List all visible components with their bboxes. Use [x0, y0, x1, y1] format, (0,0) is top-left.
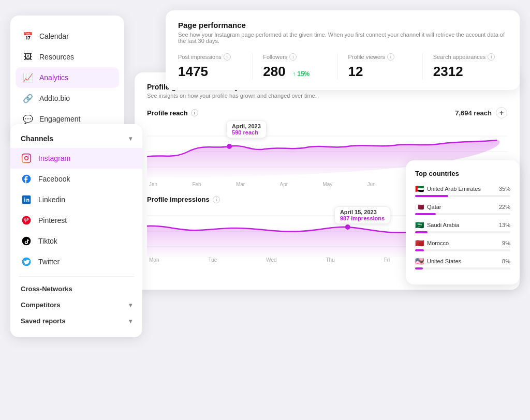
metric-label: Profile viewers i: [348, 53, 412, 61]
divider: [19, 276, 134, 277]
flag-qatar: 🇶🇦: [415, 203, 424, 211]
cross-networks-label[interactable]: Cross-Networks: [10, 281, 142, 297]
channels-header: Channels ▾: [10, 134, 142, 148]
channel-label: Tiktok: [38, 237, 57, 245]
country-pct: 9%: [502, 240, 510, 246]
sidebar-item-resources[interactable]: 🖼 Resources: [16, 47, 119, 67]
channel-item-tiktok[interactable]: Tiktok: [10, 231, 142, 251]
flag-us: 🇺🇸: [415, 257, 424, 265]
flag-saudi: 🇸🇦: [415, 221, 424, 229]
country-row-us: 🇺🇸 United States 8%: [415, 257, 510, 269]
country-name-text: Morocco: [427, 240, 449, 246]
competitors-label[interactable]: Competitors ▾: [10, 297, 142, 313]
svg-point-5: [22, 216, 31, 225]
channel-item-twitter[interactable]: Twitter: [10, 251, 142, 272]
country-bar-bg: [415, 231, 510, 233]
country-bar-bg: [415, 249, 510, 251]
metric-value: 2312: [433, 64, 497, 80]
channel-item-linkedin[interactable]: Linkedin: [10, 189, 142, 210]
channel-item-facebook[interactable]: Facebook: [10, 169, 142, 189]
resources-icon: 🖼: [23, 52, 33, 62]
card-title: Page performance: [178, 21, 507, 29]
metric-profile-viewers: Profile viewers i 12: [338, 53, 423, 80]
engagement-icon: 💬: [23, 114, 33, 124]
country-row-saudi: 🇸🇦 Saudi Arabia 13%: [415, 221, 510, 233]
country-pct: 13%: [499, 222, 510, 228]
twitter-icon: [21, 256, 32, 267]
country-pct: 8%: [502, 258, 510, 264]
country-row-uae: 🇦🇪 United Arab Emirates 35%: [415, 185, 510, 197]
metric-search-appearances: Search appearances i 2312: [423, 53, 507, 80]
facebook-icon: [21, 173, 32, 185]
metric-label: Post impressions i: [178, 53, 242, 61]
plus-button[interactable]: +: [496, 107, 507, 118]
channel-label: Linkedin: [38, 196, 65, 204]
instagram-icon: [21, 153, 32, 164]
channel-label: Facebook: [38, 175, 70, 183]
addtobio-icon: 🔗: [23, 93, 33, 103]
pinterest-icon: [21, 215, 32, 226]
page-performance-card: Page performance See how your Instagram …: [166, 10, 520, 90]
sidebar: 📅 Calendar 🖼 Resources 📈 Analytics 🔗 Add…: [10, 16, 124, 140]
flag-morocco: 🇲🇦: [415, 239, 424, 247]
svg-point-6: [22, 237, 31, 246]
metric-value: 1475: [178, 64, 242, 80]
country-bar-bg: [415, 195, 510, 197]
country-row-qatar: 🇶🇦 Qatar 22%: [415, 203, 510, 215]
sidebar-item-analytics[interactable]: 📈 Analytics: [16, 67, 119, 88]
country-pct: 22%: [499, 204, 510, 210]
channel-label: Twitter: [38, 258, 60, 266]
svg-point-15: [345, 224, 350, 230]
linkedin-icon: [21, 194, 32, 205]
info-icon: i: [387, 53, 394, 61]
metric-label: Followers i: [263, 53, 327, 61]
channel-item-instagram[interactable]: Instagram: [10, 148, 142, 169]
info-icon: i: [191, 109, 198, 116]
tiktok-icon: [21, 235, 32, 247]
svg-point-11: [227, 144, 232, 149]
impressions-label: Profile impressions i: [147, 196, 220, 203]
card-subtitle: See how your Instagram page performed at…: [178, 32, 507, 44]
country-bar-fill: [415, 267, 423, 269]
svg-rect-0: [22, 154, 31, 163]
metric-value: 280 ↑ 15%: [263, 64, 327, 80]
calendar-icon: 📅: [23, 31, 33, 41]
sidebar-item-label: Resources: [39, 53, 74, 61]
svg-point-1: [25, 157, 28, 160]
reach-chart-header: Profile reach i 7,694 reach +: [147, 107, 507, 118]
sidebar-item-addtobio[interactable]: 🔗 Addto.bio: [16, 88, 119, 109]
info-icon: i: [289, 53, 297, 61]
top-countries-card: Top countries 🇦🇪 United Arab Emirates 35…: [406, 160, 520, 284]
country-name-text: United States: [427, 258, 461, 264]
metric-badge: ↑ 15%: [292, 70, 310, 78]
metric-followers: Followers i 280 ↑ 15%: [253, 53, 337, 80]
country-bar-fill: [415, 213, 436, 215]
country-row-morocco: 🇲🇦 Morocco 9%: [415, 239, 510, 251]
metric-post-impressions: Post impressions i 1475: [178, 53, 253, 80]
chevron-down-icon[interactable]: ▾: [129, 135, 132, 142]
info-icon: i: [213, 196, 220, 203]
chevron-down-icon: ▾: [129, 318, 132, 325]
countries-title: Top countries: [415, 170, 510, 177]
country-bar-fill: [415, 231, 428, 233]
channels-title: Channels: [21, 134, 53, 143]
sidebar-item-label: Calendar: [39, 32, 69, 40]
reach-total: 7,694 reach +: [455, 107, 507, 118]
country-bar-fill: [415, 195, 448, 197]
country-name-text: Saudi Arabia: [427, 222, 459, 228]
main-content: Page performance See how your Instagram …: [135, 10, 520, 410]
sidebar-item-label: Engagement: [39, 115, 80, 123]
chevron-down-icon: ▾: [129, 302, 132, 309]
country-name-text: United Arab Emirates: [427, 186, 481, 192]
sidebar-item-calendar[interactable]: 📅 Calendar: [16, 26, 119, 47]
svg-point-2: [28, 155, 30, 156]
reach-chart-label: Profile reach i: [147, 109, 198, 117]
country-bar-bg: [415, 267, 510, 269]
channel-item-pinterest[interactable]: Pinterest: [10, 210, 142, 231]
sidebar-nav: 📅 Calendar 🖼 Resources 📈 Analytics 🔗 Add…: [10, 26, 124, 129]
channel-label: Instagram: [38, 154, 70, 162]
channel-label: Pinterest: [38, 216, 67, 224]
metric-label: Search appearances i: [433, 53, 497, 61]
saved-reports-label[interactable]: Saved reports ▾: [10, 313, 142, 329]
sidebar-item-label: Analytics: [39, 73, 68, 82]
